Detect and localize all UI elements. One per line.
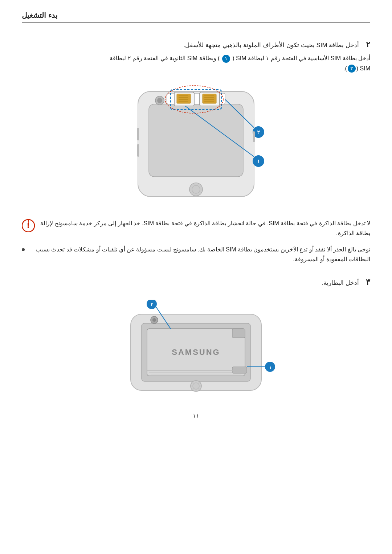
note-item-1: لا تدخل بطاقة الذاكرة في فتحة بطاقة SIM.… — [22, 218, 370, 238]
section-3-number: ٣ — [366, 278, 370, 287]
section-2-main-label: أدخل بطاقة SIM بحيث تكون الأطراف الملونة… — [184, 42, 359, 49]
header-title: بدء التشغيل — [22, 11, 58, 20]
warning-icon: ! — [22, 219, 35, 234]
sim-diagram-svg: ٢ ١ — [102, 84, 290, 208]
svg-text:SAMSUNG: SAMSUNG — [172, 348, 220, 357]
svg-rect-27 — [137, 128, 139, 140]
svg-point-41 — [152, 318, 156, 322]
section-3-main-label: أدخل البطارية. — [322, 279, 359, 286]
badge-2: ٢ — [348, 65, 356, 73]
svg-rect-39 — [232, 329, 245, 338]
note-item-2: توخى بالغ الحذر ألا تفقد أو تدع الآخرين … — [22, 245, 370, 264]
svg-point-48 — [191, 381, 201, 391]
svg-rect-13 — [177, 94, 191, 103]
bullet-dot-2 — [22, 248, 25, 251]
note-2-text: توخى بالغ الحذر ألا تفقد أو تدع الآخرين … — [36, 246, 370, 262]
notes-section: لا تدخل بطاقة الذاكرة في فتحة بطاقة SIM.… — [22, 218, 370, 264]
svg-text:١: ١ — [269, 365, 271, 370]
section-2-secondary-text: أدخل بطاقة SIM الأساسية في الفتحة رقم ١ … — [22, 53, 370, 73]
section-2-main-text: ٢ أدخل بطاقة SIM بحيث تكون الأطراف الملو… — [22, 38, 370, 51]
page-num-label: ١١ — [193, 413, 199, 419]
page-number: ١١ — [22, 412, 370, 419]
svg-text:١: ١ — [257, 158, 260, 164]
page-container: بدء التشغيل ٢ أدخل بطاقة SIM بحيث تكون ا… — [0, 0, 392, 554]
section-3-main-text: ٣ أدخل البطارية. — [22, 275, 370, 289]
note-1-text-wrapper: لا تدخل بطاقة الذاكرة في فتحة بطاقة SIM.… — [40, 218, 370, 238]
svg-point-25 — [189, 183, 203, 196]
svg-text:٢: ٢ — [151, 302, 153, 307]
battery-diagram-container: SAMSUNG ٢ ١ — [22, 300, 370, 398]
svg-rect-29 — [253, 131, 255, 142]
svg-rect-7 — [203, 94, 216, 103]
note-1-text: لا تدخل بطاقة الذاكرة في فتحة بطاقة SIM.… — [40, 220, 370, 236]
section-2-block: ٢ أدخل بطاقة SIM بحيث تكون الأطراف الملو… — [22, 38, 370, 73]
svg-rect-28 — [137, 144, 139, 157]
section-2-number: ٢ — [366, 40, 370, 49]
note-2-text-wrapper: توخى بالغ الحذر ألا تفقد أو تدع الآخرين … — [30, 245, 370, 264]
badge-1: ١ — [222, 55, 230, 63]
header-bar: بدء التشغيل — [22, 11, 370, 23]
battery-diagram-svg: SAMSUNG ٢ ١ — [109, 300, 283, 398]
svg-point-3 — [157, 98, 162, 103]
svg-rect-33 — [28, 223, 29, 226]
svg-rect-32 — [28, 226, 29, 228]
svg-rect-1 — [149, 104, 243, 177]
section-3-block: ٣ أدخل البطارية. — [22, 275, 370, 289]
svg-text:٢: ٢ — [257, 129, 260, 135]
sim-diagram-container: ٢ ١ — [22, 84, 370, 208]
